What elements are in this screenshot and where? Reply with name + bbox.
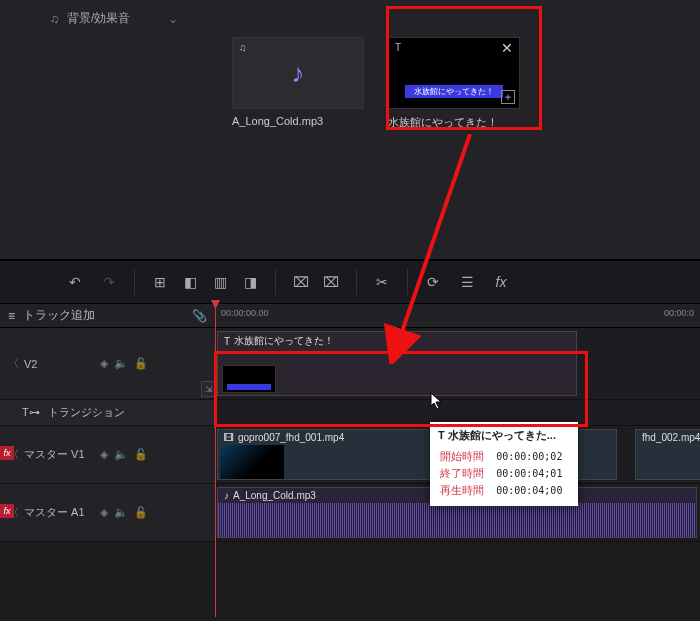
timeline-ruler[interactable]: ≡ トラック追加 📎 00:00:00.00 00:00:0: [0, 304, 700, 328]
clip-video-2[interactable]: fhd_002.mp4: [635, 429, 700, 480]
attach-icon[interactable]: 📎: [192, 309, 207, 323]
text-icon: T: [224, 336, 230, 347]
mute-icon[interactable]: 🔈: [114, 506, 128, 519]
track-v1-name: マスター V1: [24, 447, 94, 462]
clip-audio-label: A_Long_Cold.mp3: [233, 490, 316, 501]
delete-left-button[interactable]: ⌧: [288, 269, 314, 295]
bg-effects-label: 背景/効果音: [67, 10, 130, 27]
track-v1: 〈 マスター V1 ◈ 🔈 🔓 fx 🎞 gopro007_fhd_001.mp…: [0, 426, 700, 484]
playhead[interactable]: [215, 304, 216, 617]
speed-button[interactable]: ⟳: [420, 269, 446, 295]
music-icon: ♫: [50, 12, 59, 26]
chevron-down-icon[interactable]: ⌄: [168, 12, 178, 26]
visibility-icon[interactable]: ◈: [100, 506, 108, 519]
track-header-area: ≡ トラック追加 📎: [0, 307, 215, 324]
timeline-toolbar: ↶ ↷ ⊞ ◧ ▥ ◨ ⌧ ⌧ ✂ ⟳ ☰ fx: [0, 260, 700, 304]
track-transition-label: トランジション: [48, 405, 125, 420]
fx-badge[interactable]: fx: [0, 446, 14, 460]
split-left-button[interactable]: ◧: [177, 269, 203, 295]
asset-audio-filename: A_Long_Cold.mp3: [232, 115, 364, 127]
clip-title-thumb: [222, 365, 276, 393]
music-note-icon: ♫: [239, 42, 247, 53]
asset-panel: ♫ 背景/効果音 ⌄ ♫ ♪ A_Long_Cold.mp3 T ✕ 水族館にや…: [0, 0, 700, 260]
tooltip-start-key: 開始時間: [440, 449, 494, 464]
asset-audio-thumb[interactable]: ♫ ♪: [232, 37, 364, 109]
asset-title-card[interactable]: T ✕ 水族館にやってきた！ ＋ 水族館にやってきた！: [388, 37, 520, 130]
track-v2-lane[interactable]: T 水族館にやってきた！: [215, 328, 700, 399]
track-v2: 〈 V2 ◈ 🔈 🔓 ⇲ T 水族館にやってきた！: [0, 328, 700, 400]
track-v2-name: V2: [24, 358, 94, 370]
track-transition-header[interactable]: T⊶ トランジション: [0, 400, 215, 425]
redo-button[interactable]: ↷: [96, 269, 122, 295]
text-icon: T: [395, 42, 401, 53]
clip-video-1-thumb: [220, 445, 284, 479]
cut-button[interactable]: ✂: [369, 269, 395, 295]
link-icon[interactable]: T⊶: [22, 406, 40, 419]
chevron-icon[interactable]: 〈: [8, 356, 18, 371]
tooltip-dur-val: 00:00:04;00: [496, 483, 568, 498]
undo-button[interactable]: ↶: [62, 269, 88, 295]
ruler-timecode-1: 00:00:0: [664, 308, 694, 318]
asset-audio-card[interactable]: ♫ ♪ A_Long_Cold.mp3: [232, 37, 364, 130]
ruler-area[interactable]: 00:00:00.00 00:00:0: [215, 304, 700, 327]
delete-right-button[interactable]: ⌧: [318, 269, 344, 295]
movie-icon: 🎞: [224, 432, 234, 443]
track-v2-header[interactable]: 〈 V2 ◈ 🔈 🔓 ⇲: [0, 328, 215, 399]
track-a1-name: マスター A1: [24, 505, 94, 520]
fx-button[interactable]: fx: [488, 269, 514, 295]
split-button[interactable]: ▥: [207, 269, 233, 295]
asset-title-banner: 水族館にやってきた！: [405, 85, 503, 98]
track-a1: 〈 マスター A1 ◈ 🔈 🔓 fx ♪ A_Long_Cold.mp3: [0, 484, 700, 542]
audio-waveform: [218, 503, 696, 537]
split-right-button[interactable]: ◨: [237, 269, 263, 295]
bg-effects-row[interactable]: ♫ 背景/効果音 ⌄: [0, 0, 700, 37]
lock-icon[interactable]: 🔓: [134, 506, 148, 519]
tooltip-end-key: 終了時間: [440, 466, 494, 481]
asset-title-caption: 水族館にやってきた！: [388, 115, 520, 130]
track-menu-icon[interactable]: ≡: [8, 309, 15, 323]
close-icon[interactable]: ✕: [501, 40, 513, 56]
fx-badge[interactable]: fx: [0, 504, 14, 518]
tooltip-end-val: 00:00:04;01: [496, 466, 568, 481]
track-transition: T⊶ トランジション: [0, 400, 700, 426]
add-to-timeline-button[interactable]: ＋: [501, 90, 515, 104]
ruler-timecode-0: 00:00:00.00: [221, 308, 269, 318]
add-track-label[interactable]: トラック追加: [23, 307, 95, 324]
mute-icon[interactable]: 🔈: [114, 357, 128, 370]
tracks-area: 〈 V2 ◈ 🔈 🔓 ⇲ T 水族館にやってきた！ T⊶ トランジション: [0, 328, 700, 542]
visibility-icon[interactable]: ◈: [100, 357, 108, 370]
lock-icon[interactable]: 🔓: [134, 357, 148, 370]
asset-title-thumb[interactable]: T ✕ 水族館にやってきた！ ＋: [388, 37, 520, 109]
track-a1-header[interactable]: 〈 マスター A1 ◈ 🔈 🔓 fx: [0, 484, 215, 541]
clip-title-label: 水族館にやってきた！: [234, 334, 334, 348]
tooltip-title: T 水族館にやってきた...: [438, 428, 570, 443]
mute-icon[interactable]: 🔈: [114, 448, 128, 461]
clip-title[interactable]: T 水族館にやってきた！: [217, 331, 577, 396]
clip-tooltip: T 水族館にやってきた... 開始時間 00:00:00;02 終了時間 00:…: [430, 422, 578, 506]
clip-video-2-label: fhd_002.mp4: [642, 432, 700, 443]
audio-icon: ♪: [224, 490, 229, 501]
music-note-large-icon: ♪: [292, 58, 305, 89]
track-v1-header[interactable]: 〈 マスター V1 ◈ 🔈 🔓 fx: [0, 426, 215, 483]
visibility-icon[interactable]: ◈: [100, 448, 108, 461]
clip-video-1-label: gopro007_fhd_001.mp4: [238, 432, 344, 443]
lock-icon[interactable]: 🔓: [134, 448, 148, 461]
tooltip-dur-key: 再生時間: [440, 483, 494, 498]
adjust-button[interactable]: ☰: [454, 269, 480, 295]
add-clip-button[interactable]: ⊞: [147, 269, 173, 295]
tooltip-start-val: 00:00:00;02: [496, 449, 568, 464]
